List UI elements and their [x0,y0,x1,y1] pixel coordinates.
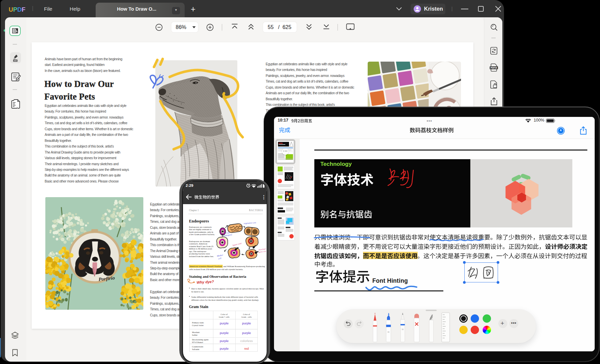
svg-text:80: 80 [388,331,390,333]
svg-text:Mother: Mother [216,254,224,257]
svg-text:Spore coat: Spore coat [232,242,242,246]
svg-text:cell: cell [218,257,222,260]
svg-text:vegetative cell: vegetative cell [244,222,256,224]
svg-text:50: 50 [402,328,404,330]
svg-text:Why dye?: Why dye? [196,279,214,284]
svg-text:PDF/A: PDF/A [491,67,497,69]
